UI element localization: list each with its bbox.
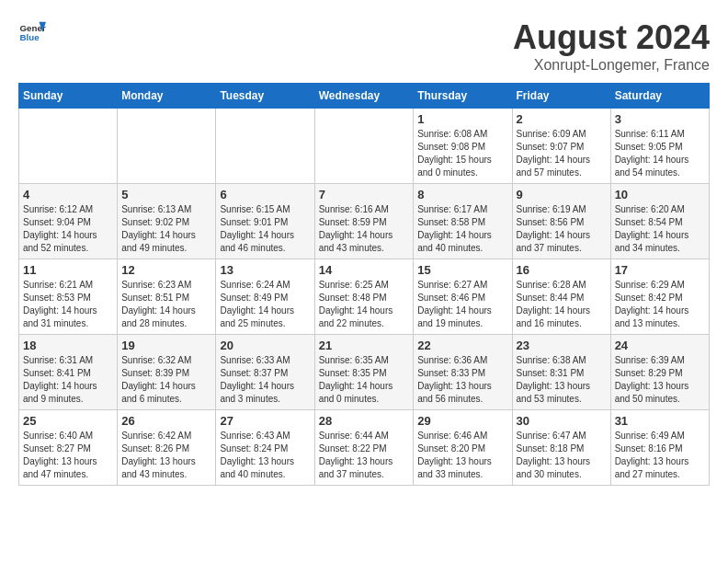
calendar-cell: 31Sunrise: 6:49 AM Sunset: 8:16 PM Dayli… [610,410,709,486]
day-info: Sunrise: 6:31 AM Sunset: 8:41 PM Dayligh… [23,354,113,406]
calendar-week-row: 25Sunrise: 6:40 AM Sunset: 8:27 PM Dayli… [19,410,710,486]
day-info: Sunrise: 6:19 AM Sunset: 8:56 PM Dayligh… [517,203,607,255]
calendar-body: 1Sunrise: 6:08 AM Sunset: 9:08 PM Daylig… [19,109,710,486]
day-info: Sunrise: 6:44 AM Sunset: 8:22 PM Dayligh… [319,430,410,481]
calendar-cell: 11Sunrise: 6:21 AM Sunset: 8:53 PM Dayli… [19,259,118,335]
day-number: 25 [23,414,113,428]
calendar-cell: 22Sunrise: 6:36 AM Sunset: 8:33 PM Dayli… [414,335,512,410]
day-number: 26 [121,414,211,428]
day-number: 18 [23,339,113,352]
day-number: 14 [319,263,410,277]
day-info: Sunrise: 6:39 AM Sunset: 8:29 PM Dayligh… [615,354,705,406]
calendar-cell: 20Sunrise: 6:33 AM Sunset: 8:37 PM Dayli… [216,335,314,410]
day-of-week-header: Friday [512,84,610,109]
day-info: Sunrise: 6:38 AM Sunset: 8:31 PM Dayligh… [517,354,607,406]
calendar-cell: 9Sunrise: 6:19 AM Sunset: 8:56 PM Daylig… [512,184,610,259]
day-info: Sunrise: 6:08 AM Sunset: 9:08 PM Dayligh… [417,128,507,179]
day-of-week-header: Monday [118,84,216,109]
calendar-cell: 16Sunrise: 6:28 AM Sunset: 8:44 PM Dayli… [512,259,610,335]
calendar-cell [216,109,314,184]
day-of-week-header: Thursday [414,84,512,109]
day-number: 13 [220,263,310,277]
calendar-cell: 21Sunrise: 6:35 AM Sunset: 8:35 PM Dayli… [314,335,414,410]
logo-icon: General Blue [18,18,46,46]
title-area: August 2024 Xonrupt-Longemer, France [513,18,710,74]
day-number: 7 [319,188,410,201]
calendar-week-row: 4Sunrise: 6:12 AM Sunset: 9:04 PM Daylig… [19,184,710,259]
calendar-cell: 17Sunrise: 6:29 AM Sunset: 8:42 PM Dayli… [610,259,709,335]
day-number: 15 [417,263,507,277]
calendar-week-row: 11Sunrise: 6:21 AM Sunset: 8:53 PM Dayli… [19,259,710,335]
day-info: Sunrise: 6:33 AM Sunset: 8:37 PM Dayligh… [220,354,310,406]
calendar-cell: 1Sunrise: 6:08 AM Sunset: 9:08 PM Daylig… [414,109,512,184]
day-number: 9 [517,188,607,201]
calendar-cell: 7Sunrise: 6:16 AM Sunset: 8:59 PM Daylig… [314,184,414,259]
calendar-cell: 14Sunrise: 6:25 AM Sunset: 8:48 PM Dayli… [314,259,414,335]
day-info: Sunrise: 6:17 AM Sunset: 8:58 PM Dayligh… [417,203,507,255]
day-info: Sunrise: 6:23 AM Sunset: 8:51 PM Dayligh… [121,279,211,330]
day-info: Sunrise: 6:32 AM Sunset: 8:39 PM Dayligh… [121,354,211,406]
calendar-cell: 5Sunrise: 6:13 AM Sunset: 9:02 PM Daylig… [118,184,216,259]
day-number: 20 [220,339,310,352]
day-number: 5 [121,188,211,201]
day-number: 27 [220,414,310,428]
calendar: SundayMondayTuesdayWednesdayThursdayFrid… [18,83,710,486]
day-number: 24 [615,339,705,352]
day-info: Sunrise: 6:49 AM Sunset: 8:16 PM Dayligh… [615,430,705,481]
day-info: Sunrise: 6:40 AM Sunset: 8:27 PM Dayligh… [23,430,113,481]
calendar-cell: 23Sunrise: 6:38 AM Sunset: 8:31 PM Dayli… [512,335,610,410]
day-number: 8 [417,188,507,201]
day-info: Sunrise: 6:25 AM Sunset: 8:48 PM Dayligh… [319,279,410,330]
subtitle: Xonrupt-Longemer, France [513,57,710,74]
day-of-week-header: Saturday [610,84,709,109]
day-info: Sunrise: 6:16 AM Sunset: 8:59 PM Dayligh… [319,203,410,255]
day-number: 4 [23,188,113,201]
calendar-cell: 3Sunrise: 6:11 AM Sunset: 9:05 PM Daylig… [610,109,709,184]
calendar-cell: 25Sunrise: 6:40 AM Sunset: 8:27 PM Dayli… [19,410,118,486]
day-info: Sunrise: 6:36 AM Sunset: 8:33 PM Dayligh… [417,354,507,406]
calendar-week-row: 1Sunrise: 6:08 AM Sunset: 9:08 PM Daylig… [19,109,710,184]
day-number: 12 [121,263,211,277]
day-number: 30 [517,414,607,428]
day-info: Sunrise: 6:46 AM Sunset: 8:20 PM Dayligh… [417,430,507,481]
calendar-cell: 29Sunrise: 6:46 AM Sunset: 8:20 PM Dayli… [414,410,512,486]
day-number: 22 [417,339,507,352]
calendar-cell: 10Sunrise: 6:20 AM Sunset: 8:54 PM Dayli… [610,184,709,259]
calendar-cell: 26Sunrise: 6:42 AM Sunset: 8:26 PM Dayli… [118,410,216,486]
day-number: 1 [417,112,507,126]
calendar-cell: 18Sunrise: 6:31 AM Sunset: 8:41 PM Dayli… [19,335,118,410]
calendar-cell: 4Sunrise: 6:12 AM Sunset: 9:04 PM Daylig… [19,184,118,259]
day-number: 10 [615,188,705,201]
day-info: Sunrise: 6:20 AM Sunset: 8:54 PM Dayligh… [615,203,705,255]
calendar-header-row: SundayMondayTuesdayWednesdayThursdayFrid… [19,84,710,109]
day-number: 6 [220,188,310,201]
day-of-week-header: Wednesday [314,84,414,109]
day-number: 19 [121,339,211,352]
day-number: 3 [615,112,705,126]
day-info: Sunrise: 6:24 AM Sunset: 8:49 PM Dayligh… [220,279,310,330]
day-number: 11 [23,263,113,277]
day-number: 21 [319,339,410,352]
day-info: Sunrise: 6:42 AM Sunset: 8:26 PM Dayligh… [121,430,211,481]
calendar-cell [19,109,118,184]
day-info: Sunrise: 6:09 AM Sunset: 9:07 PM Dayligh… [517,128,607,179]
main-title: August 2024 [513,18,710,57]
calendar-cell: 15Sunrise: 6:27 AM Sunset: 8:46 PM Dayli… [414,259,512,335]
svg-text:Blue: Blue [20,32,40,42]
day-number: 31 [615,414,705,428]
day-info: Sunrise: 6:13 AM Sunset: 9:02 PM Dayligh… [121,203,211,255]
calendar-cell [118,109,216,184]
day-number: 16 [517,263,607,277]
day-info: Sunrise: 6:27 AM Sunset: 8:46 PM Dayligh… [417,279,507,330]
calendar-week-row: 18Sunrise: 6:31 AM Sunset: 8:41 PM Dayli… [19,335,710,410]
calendar-cell: 30Sunrise: 6:47 AM Sunset: 8:18 PM Dayli… [512,410,610,486]
day-info: Sunrise: 6:35 AM Sunset: 8:35 PM Dayligh… [319,354,410,406]
calendar-cell: 8Sunrise: 6:17 AM Sunset: 8:58 PM Daylig… [414,184,512,259]
calendar-cell: 19Sunrise: 6:32 AM Sunset: 8:39 PM Dayli… [118,335,216,410]
day-number: 29 [417,414,507,428]
day-info: Sunrise: 6:47 AM Sunset: 8:18 PM Dayligh… [517,430,607,481]
calendar-cell: 6Sunrise: 6:15 AM Sunset: 9:01 PM Daylig… [216,184,314,259]
day-info: Sunrise: 6:15 AM Sunset: 9:01 PM Dayligh… [220,203,310,255]
day-info: Sunrise: 6:12 AM Sunset: 9:04 PM Dayligh… [23,203,113,255]
calendar-cell [314,109,414,184]
